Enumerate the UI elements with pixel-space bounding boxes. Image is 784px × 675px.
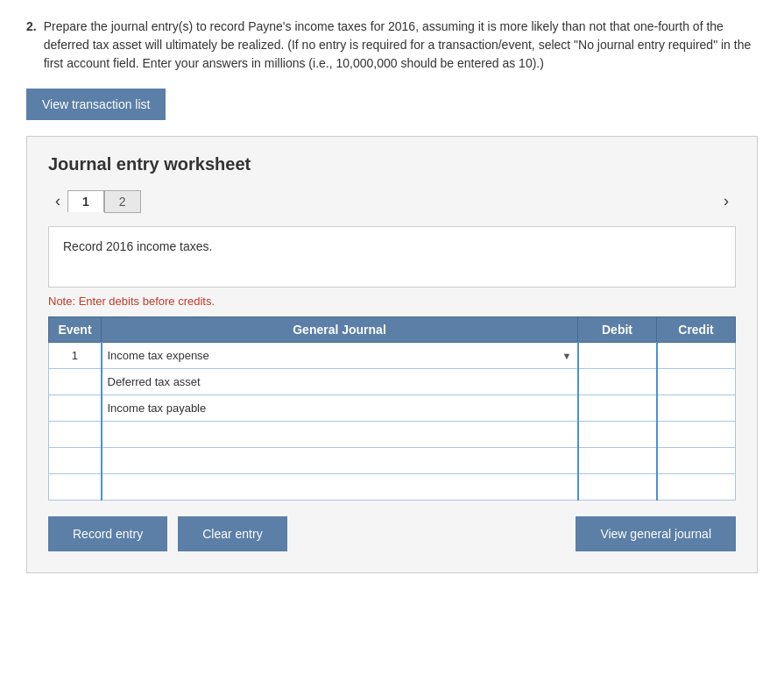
credit-cell[interactable] [657, 448, 736, 474]
clear-entry-button[interactable]: Clear entry [178, 516, 286, 551]
table-row: Deferred tax asset [49, 369, 736, 395]
credit-cell[interactable] [657, 369, 736, 395]
debit-cell[interactable] [578, 474, 657, 501]
question-header: 2. Prepare the journal entry(s) to recor… [26, 18, 758, 73]
event-cell [49, 369, 102, 395]
table-row: 1 Income tax expense ▼ [49, 343, 736, 369]
view-general-journal-button[interactable]: View general journal [576, 516, 736, 551]
journal-entry-text: Income tax payable [108, 401, 207, 415]
col-header-event: Event [49, 317, 102, 343]
description-text: Record 2016 income taxes. [63, 239, 212, 253]
debit-cell[interactable] [578, 343, 657, 369]
tab-2[interactable]: 2 [104, 190, 141, 213]
note-text: Note: Enter debits before credits. [48, 295, 736, 308]
credit-cell[interactable] [657, 474, 736, 501]
journal-entry-worksheet: Journal entry worksheet ‹ 1 2 › Record 2… [26, 136, 758, 573]
journal-cell[interactable] [102, 422, 578, 448]
prev-tab-arrow[interactable]: ‹ [48, 188, 67, 214]
col-header-debit: Debit [578, 317, 657, 343]
table-row: Income tax payable [49, 395, 736, 422]
event-cell [49, 474, 102, 501]
journal-table: Event General Journal Debit Credit 1 Inc… [48, 316, 736, 501]
credit-cell[interactable] [657, 422, 736, 448]
event-cell [49, 422, 102, 448]
debit-cell[interactable] [578, 395, 657, 422]
table-row [49, 422, 736, 448]
view-transaction-button[interactable]: View transaction list [26, 89, 166, 120]
col-header-general-journal: General Journal [102, 317, 578, 343]
dropdown-arrow-icon[interactable]: ▼ [562, 351, 572, 361]
journal-cell[interactable]: Deferred tax asset [102, 369, 578, 395]
description-box: Record 2016 income taxes. [48, 226, 736, 288]
journal-entry-text: Income tax expense [108, 349, 209, 362]
tab-1[interactable]: 1 [67, 190, 104, 212]
debit-cell[interactable] [578, 448, 657, 474]
tabs-nav: ‹ 1 2 › [48, 188, 736, 214]
debit-cell[interactable] [578, 422, 657, 448]
event-cell [49, 448, 102, 474]
question-body: Prepare the journal entry(s) to record P… [44, 18, 758, 73]
next-tab-arrow[interactable]: › [717, 188, 736, 214]
event-cell [49, 395, 102, 422]
table-row [49, 448, 736, 474]
worksheet-title: Journal entry worksheet [48, 154, 736, 174]
debit-cell[interactable] [578, 369, 657, 395]
record-entry-button[interactable]: Record entry [48, 516, 167, 551]
journal-cell[interactable]: Income tax payable [102, 395, 578, 422]
credit-cell[interactable] [657, 343, 736, 369]
credit-cell[interactable] [657, 395, 736, 422]
col-header-credit: Credit [657, 317, 736, 343]
journal-cell[interactable]: Income tax expense ▼ [102, 343, 578, 369]
journal-entry-text: Deferred tax asset [108, 375, 201, 388]
question-number: 2. [26, 18, 37, 73]
event-cell: 1 [49, 343, 102, 369]
bottom-buttons: Record entry Clear entry View general jo… [48, 516, 736, 551]
journal-cell[interactable] [102, 448, 578, 474]
journal-cell[interactable] [102, 474, 578, 501]
table-row [49, 474, 736, 501]
